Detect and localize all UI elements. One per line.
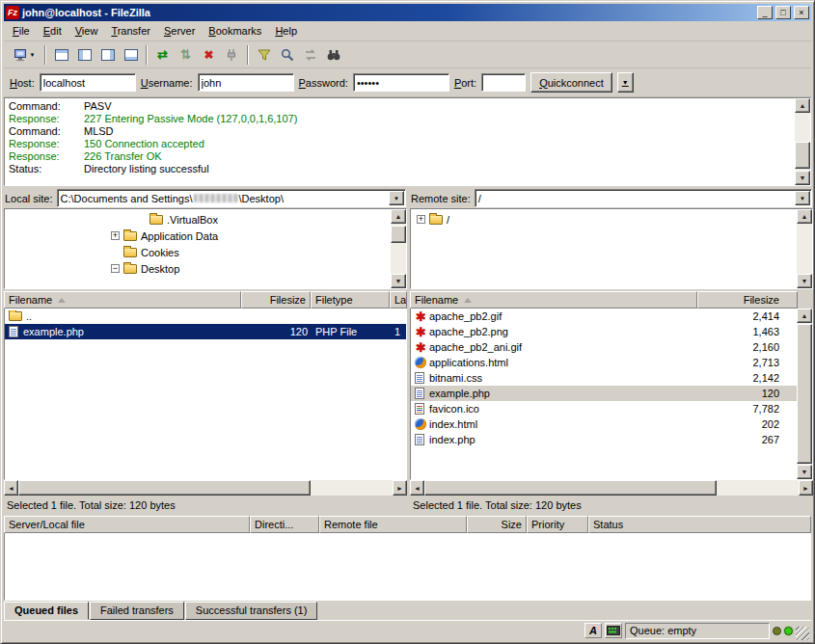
maximize-button[interactable]: □ (775, 6, 791, 19)
close-button[interactable]: × (794, 6, 809, 19)
resize-grip[interactable] (796, 627, 809, 640)
collapse-icon[interactable]: − (111, 264, 120, 273)
filter-button[interactable] (253, 44, 275, 66)
cancel-button[interactable]: ✖ (198, 44, 220, 66)
column-header-modified[interactable]: Last modified (390, 291, 407, 309)
toggle-remote-tree-button[interactable] (96, 44, 119, 66)
tab-queued-files[interactable]: Queued files (4, 602, 89, 620)
find-files-button[interactable] (322, 44, 344, 66)
port-input[interactable] (481, 73, 526, 92)
file-row-selected[interactable]: example.php 120 PHP File 1 (5, 324, 406, 339)
expand-icon[interactable]: + (111, 231, 120, 240)
local-tree-scrollbar[interactable]: ▲ ▼ (391, 209, 406, 288)
directory-comparison-button[interactable] (276, 44, 298, 66)
scroll-down-button[interactable]: ▼ (391, 274, 406, 288)
remote-list-scrollbar[interactable]: ▲ ▼ (797, 309, 812, 479)
scroll-down-button[interactable]: ▼ (797, 274, 812, 288)
file-row[interactable]: index.html 202 (411, 416, 797, 432)
minimize-button[interactable]: _ (757, 6, 773, 19)
file-row[interactable]: applications.html 2,713 (411, 355, 797, 370)
file-row[interactable]: favicon.ico 7,782 (411, 401, 797, 416)
menu-edit[interactable]: Edit (37, 22, 68, 40)
scroll-right-button[interactable]: ► (799, 480, 813, 496)
password-input[interactable] (353, 73, 449, 92)
file-row[interactable]: ✱apache_pb2_ani.gif 2,160 (411, 339, 797, 355)
username-input[interactable] (198, 73, 294, 92)
log-scrollbar[interactable]: ▲ ▼ (795, 98, 810, 185)
scroll-left-button[interactable]: ◄ (410, 480, 424, 496)
column-header-filesize[interactable]: Filesize (697, 291, 798, 309)
column-header-filename[interactable]: Filename (4, 291, 241, 309)
scroll-track[interactable] (797, 323, 812, 465)
tab-failed-transfers[interactable]: Failed transfers (90, 602, 184, 620)
site-manager-button[interactable]: ▼ (8, 44, 41, 66)
column-header-filename[interactable]: Filename (410, 291, 697, 309)
quickconnect-button[interactable]: Quickconnect (530, 72, 612, 93)
scroll-up-button[interactable]: ▲ (797, 309, 812, 323)
transfer-type-icon[interactable]: A (584, 623, 602, 638)
column-header-status[interactable]: Status (588, 516, 811, 533)
menu-file[interactable]: File (6, 22, 37, 40)
local-site-combo[interactable]: C:\Documents and Settings\\Desktop\ ▼ (57, 189, 406, 207)
queue-list[interactable] (4, 533, 811, 601)
tree-item[interactable]: .VirtualBox (7, 211, 389, 228)
column-header-filetype[interactable]: Filetype (311, 291, 390, 309)
toggle-transfer-queue-button[interactable] (120, 44, 142, 66)
scroll-track[interactable] (18, 480, 393, 496)
scroll-track[interactable] (391, 224, 406, 274)
tree-item[interactable]: Cookies (7, 244, 389, 260)
scroll-track[interactable] (795, 113, 810, 171)
scroll-thumb[interactable] (797, 324, 812, 464)
menu-server[interactable]: Server (157, 22, 202, 40)
host-input[interactable] (40, 73, 136, 92)
column-header-filesize[interactable]: Filesize (241, 291, 311, 309)
remote-horizontal-scrollbar[interactable]: ◄ ► (410, 480, 813, 496)
remote-site-combo[interactable]: / ▼ (475, 189, 812, 207)
tab-successful-transfers[interactable]: Successful transfers (1) (185, 602, 318, 620)
file-row[interactable]: ✱apache_pb2.png 1,463 (411, 324, 797, 339)
tree-item[interactable]: − Desktop (7, 260, 389, 277)
column-header-size[interactable]: Size (467, 516, 527, 533)
synchronized-browsing-button[interactable] (299, 44, 321, 66)
combo-dropdown-button[interactable]: ▼ (389, 191, 404, 205)
column-header-priority[interactable]: Priority (527, 516, 588, 533)
scroll-track[interactable] (797, 224, 812, 274)
menu-view[interactable]: View (68, 22, 105, 40)
scroll-up-button[interactable]: ▲ (797, 209, 812, 224)
toggle-message-log-button[interactable] (50, 44, 72, 66)
scroll-up-button[interactable]: ▲ (391, 209, 406, 224)
scroll-down-button[interactable]: ▼ (795, 171, 810, 185)
menu-bookmarks[interactable]: Bookmarks (202, 22, 268, 40)
menu-help[interactable]: Help (268, 22, 304, 40)
local-horizontal-scrollbar[interactable]: ◄ ► (4, 480, 407, 496)
file-row[interactable]: bitnami.css 2,142 (411, 370, 797, 386)
column-header-server-local-file[interactable]: Server/Local file (4, 516, 250, 533)
tree-item[interactable]: + / (413, 211, 795, 228)
scroll-thumb[interactable] (391, 226, 406, 243)
scroll-thumb[interactable] (18, 480, 311, 496)
scroll-left-button[interactable]: ◄ (4, 480, 18, 496)
process-queue-button[interactable]: ⇅ (175, 44, 197, 66)
toggle-local-tree-button[interactable] (73, 44, 95, 66)
scroll-up-button[interactable]: ▲ (795, 98, 810, 113)
scroll-track[interactable] (424, 480, 799, 496)
remote-tree-scrollbar[interactable]: ▲ ▼ (797, 209, 812, 288)
titlebar[interactable]: Fz john@localhost - FileZilla _ □ × (4, 4, 811, 21)
tree-item[interactable]: + Application Data (7, 228, 389, 244)
combo-dropdown-button[interactable]: ▼ (795, 191, 810, 205)
refresh-button[interactable]: ⇄ (151, 44, 174, 66)
scroll-down-button[interactable]: ▼ (797, 465, 812, 479)
column-header-remote-file[interactable]: Remote file (319, 516, 467, 533)
scroll-thumb[interactable] (424, 480, 717, 496)
file-row[interactable]: .. (5, 309, 406, 324)
file-row[interactable]: index.php 267 (411, 432, 797, 447)
disconnect-button[interactable] (221, 44, 243, 66)
encryption-icon[interactable] (605, 623, 622, 638)
scroll-thumb[interactable] (795, 142, 810, 169)
menu-transfer[interactable]: Transfer (104, 22, 157, 40)
quickconnect-dropdown-button[interactable]: ▼ (617, 72, 634, 93)
file-row[interactable]: ✱apache_pb2.gif 2,414 (411, 309, 797, 324)
scroll-right-button[interactable]: ► (393, 480, 407, 496)
file-row-selected[interactable]: example.php 120 (411, 386, 797, 401)
column-header-direction[interactable]: Directi... (250, 516, 319, 533)
